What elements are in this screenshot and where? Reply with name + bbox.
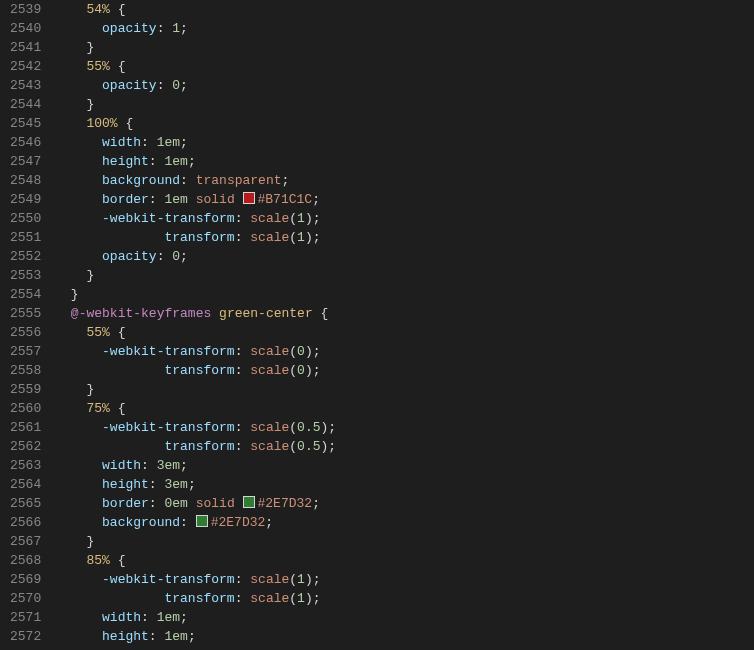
token-prop: transform xyxy=(164,230,234,245)
code-line[interactable]: 85% { xyxy=(55,551,754,570)
code-line[interactable]: opacity: 0; xyxy=(55,76,754,95)
line-number: 2550 xyxy=(10,209,41,228)
code-line[interactable]: transform: scale(1); xyxy=(55,228,754,247)
token-ident: scale xyxy=(250,363,289,378)
token-punct: : xyxy=(149,192,157,207)
token-punct: : xyxy=(149,154,157,169)
code-line[interactable]: transform: scale(0.5); xyxy=(55,437,754,456)
token-punct: ; xyxy=(265,515,273,530)
token-punct: ) xyxy=(305,363,313,378)
code-line[interactable]: -webkit-transform: scale(1); xyxy=(55,209,754,228)
line-number: 2555 xyxy=(10,304,41,323)
token-ident: solid xyxy=(196,496,235,511)
token-punct: : xyxy=(157,249,165,264)
code-editor[interactable]: 2539254025412542254325442545254625472548… xyxy=(0,0,754,650)
code-line[interactable]: height: 3em; xyxy=(55,475,754,494)
token-punct: : xyxy=(141,135,149,150)
token-ident: scale xyxy=(250,230,289,245)
code-line[interactable]: -webkit-transform: scale(0); xyxy=(55,342,754,361)
token-ident: scale xyxy=(250,211,289,226)
code-line[interactable]: } xyxy=(55,285,754,304)
token-brace: } xyxy=(86,382,94,397)
code-area[interactable]: 54% { opacity: 1; } 55% { opacity: 0; } … xyxy=(55,0,754,650)
line-number: 2564 xyxy=(10,475,41,494)
token-punct: ( xyxy=(289,230,297,245)
token-num: 1em xyxy=(164,154,187,169)
token-brace: { xyxy=(118,2,126,17)
code-line[interactable]: 100% { xyxy=(55,114,754,133)
code-line[interactable]: transform: scale(0); xyxy=(55,361,754,380)
token-prop: opacity xyxy=(102,249,157,264)
color-swatch-icon[interactable] xyxy=(243,192,255,204)
token-punct: : xyxy=(157,21,165,36)
code-line[interactable]: 55% { xyxy=(55,323,754,342)
token-prop: -webkit-transform xyxy=(102,420,235,435)
code-line[interactable]: 55% { xyxy=(55,57,754,76)
token-num: 1em xyxy=(164,629,187,644)
code-line[interactable]: transform: scale(1); xyxy=(55,589,754,608)
line-number: 2558 xyxy=(10,361,41,380)
code-line[interactable]: } xyxy=(55,532,754,551)
code-line[interactable]: } xyxy=(55,266,754,285)
token-prop: background xyxy=(102,173,180,188)
token-prop: height xyxy=(102,629,149,644)
token-ident: scale xyxy=(250,344,289,359)
token-num: 1em xyxy=(164,192,187,207)
token-brace: } xyxy=(86,268,94,283)
code-line[interactable]: 54% { xyxy=(55,0,754,19)
color-swatch-icon[interactable] xyxy=(243,496,255,508)
line-number: 2556 xyxy=(10,323,41,342)
token-prop: width xyxy=(102,135,141,150)
token-color: #2E7D32 xyxy=(258,496,313,511)
code-line[interactable]: border: 1em solid #B71C1C; xyxy=(55,190,754,209)
token-ident: scale xyxy=(250,439,289,454)
code-line[interactable]: background: #2E7D32; xyxy=(55,513,754,532)
code-line[interactable]: 75% { xyxy=(55,399,754,418)
code-line[interactable]: height: 1em; xyxy=(55,627,754,646)
token-selector: 85% xyxy=(86,553,109,568)
line-number: 2562 xyxy=(10,437,41,456)
line-number: 2566 xyxy=(10,513,41,532)
token-punct: : xyxy=(235,363,243,378)
code-line[interactable]: } xyxy=(55,38,754,57)
token-punct: ; xyxy=(282,173,290,188)
code-line[interactable]: } xyxy=(55,95,754,114)
token-num: 0 xyxy=(297,363,305,378)
code-line[interactable]: -webkit-transform: scale(1); xyxy=(55,570,754,589)
code-line[interactable]: opacity: 1; xyxy=(55,19,754,38)
token-brace: { xyxy=(118,553,126,568)
code-line[interactable]: @-webkit-keyframes green-center { xyxy=(55,304,754,323)
token-prop: border xyxy=(102,192,149,207)
code-line[interactable]: opacity: 0; xyxy=(55,247,754,266)
token-punct: : xyxy=(235,591,243,606)
token-prop: height xyxy=(102,477,149,492)
code-line[interactable]: background: transparent; xyxy=(55,171,754,190)
line-number: 2570 xyxy=(10,589,41,608)
token-punct: : xyxy=(157,78,165,93)
token-punct: ; xyxy=(313,363,321,378)
token-num: 0em xyxy=(164,496,187,511)
token-punct: ; xyxy=(313,591,321,606)
token-brace: } xyxy=(71,287,79,302)
token-punct: : xyxy=(235,211,243,226)
code-line[interactable]: width: 1em; xyxy=(55,133,754,152)
code-line[interactable]: width: 3em; xyxy=(55,456,754,475)
token-brace: } xyxy=(86,97,94,112)
token-ident: solid xyxy=(196,192,235,207)
code-line[interactable]: width: 1em; xyxy=(55,608,754,627)
token-prop: border xyxy=(102,496,149,511)
color-swatch-icon[interactable] xyxy=(196,515,208,527)
token-punct: ; xyxy=(180,135,188,150)
line-number: 2554 xyxy=(10,285,41,304)
code-line[interactable]: height: 1em; xyxy=(55,152,754,171)
token-num: 0 xyxy=(172,78,180,93)
token-punct: ; xyxy=(180,78,188,93)
token-num: 1 xyxy=(297,572,305,587)
line-number: 2557 xyxy=(10,342,41,361)
code-line[interactable]: border: 0em solid #2E7D32; xyxy=(55,494,754,513)
code-line[interactable]: -webkit-transform: scale(0.5); xyxy=(55,418,754,437)
code-line[interactable]: } xyxy=(55,380,754,399)
token-prop: width xyxy=(102,610,141,625)
token-punct: ; xyxy=(328,420,336,435)
token-prop: transform xyxy=(164,363,234,378)
